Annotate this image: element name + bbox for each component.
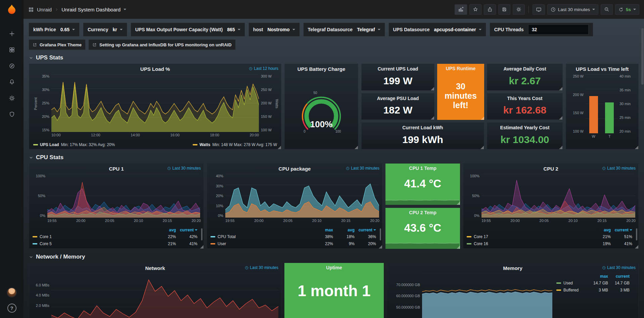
panel-resize-handle[interactable] [278, 146, 281, 149]
legend-item-ups-load[interactable]: UPS Load Min: 17% Max: 32% Avg: 20% [33, 142, 115, 147]
cpu2-temp-sparkline [385, 235, 459, 249]
gauge-scale-mid: 50 [313, 91, 317, 95]
help-icon: ? [10, 305, 13, 311]
link-ups-monitoring-guide[interactable]: Setting up Grafana and InfluxDB for UPS … [89, 40, 235, 50]
bar-time-left [605, 102, 614, 133]
panel-resize-handle[interactable] [431, 116, 434, 120]
link-grafana-plex-theme[interactable]: Grafana Plex Theme [29, 40, 85, 50]
sidebar-item-dashboards[interactable] [4, 44, 19, 55]
help-button[interactable]: ? [7, 304, 16, 313]
time-range-picker[interactable]: Last 30 minutes [547, 4, 598, 15]
sidebar-item-server-admin[interactable] [4, 109, 19, 120]
panel-resize-handle[interactable] [559, 146, 562, 149]
sidebar-item-create[interactable] [4, 28, 19, 39]
legend-scrollbar[interactable] [201, 228, 202, 240]
section-header-cpu-stats[interactable]: CPU Stats [29, 154, 639, 161]
cpu-temp-panels: CPU 1 Temp 41.4 °C CPU 2 Temp 43.6 °C [385, 164, 460, 249]
legend-item[interactable]: Core 5 [33, 241, 154, 246]
panel-title[interactable]: CPU 2 [543, 166, 558, 172]
legend-column-avg[interactable]: avg [589, 228, 611, 232]
legend-item[interactable]: Core 16 [467, 241, 589, 246]
legend-column-avg[interactable]: avg [333, 228, 355, 232]
breadcrumb-page[interactable]: Unraid System Dashboard [61, 7, 121, 12]
stat-title: Current UPS Load [362, 66, 434, 72]
legend-column-avg[interactable]: avg [154, 228, 176, 232]
legend-column-current[interactable]: current [176, 228, 197, 232]
legend-item[interactable]: Core 17 [467, 234, 589, 239]
refresh-picker[interactable]: 5s [615, 4, 639, 15]
panel-title[interactable]: CPU package [279, 166, 311, 172]
panel-resize-handle[interactable] [635, 245, 638, 248]
legend-item[interactable]: CPU Total [211, 234, 312, 239]
panel-title[interactable]: Network [145, 265, 165, 271]
panel-resize-handle[interactable] [481, 117, 484, 120]
variable-telegraf-datasource[interactable]: Telegraf Datasource Telegraf [304, 23, 385, 36]
caret-down-icon[interactable] [124, 9, 126, 10]
panel-resize-handle[interactable] [559, 87, 562, 90]
section-header-network-memory[interactable]: Network / Memory [29, 254, 639, 260]
legend-item[interactable]: Core 1 [33, 234, 154, 239]
legend-item[interactable]: Buffered [556, 288, 587, 292]
panel-resize-handle[interactable] [379, 245, 382, 248]
panel-title[interactable]: UPS Load vs Time left [576, 66, 629, 72]
sidebar-item-configuration[interactable] [4, 93, 19, 103]
legend-column-max[interactable]: max [312, 228, 333, 232]
legend-column-current[interactable]: current [608, 274, 630, 279]
stat-value: kr 1034.00 [487, 130, 562, 149]
panel-resize-handle[interactable] [431, 87, 434, 90]
refresh-icon [618, 7, 624, 12]
template-variables-row: kWh Price 0.65 Currency kr UPS Max Outpu… [29, 23, 639, 36]
page-scrollbar[interactable] [641, 28, 644, 85]
star-icon [473, 7, 478, 12]
panel-resize-handle[interactable] [480, 146, 484, 149]
caret-down-icon [292, 29, 295, 30]
variable-label: UPS Datasource [393, 27, 430, 32]
sidebar-item-alerting[interactable] [4, 77, 19, 87]
legend-item[interactable]: Used [556, 281, 587, 285]
zoom-out-time-button[interactable] [601, 4, 613, 15]
panel-this-years-cost: This Years Cost kr 162.68 [487, 93, 563, 120]
legend-column-max[interactable]: max [587, 274, 608, 279]
variable-ups-max-output[interactable]: UPS Max Output Power Capacity (Watt) 865 [131, 23, 245, 36]
legend-column-current[interactable]: current [355, 228, 376, 232]
panel-resize-handle[interactable] [200, 245, 203, 248]
panel-resize-handle[interactable] [559, 116, 562, 120]
monitor-icon [536, 7, 542, 12]
sidebar-item-explore[interactable] [4, 60, 19, 71]
breadcrumb-app[interactable]: Unraid [37, 7, 52, 12]
bar-chart [586, 74, 617, 133]
save-dashboard-button[interactable] [498, 4, 510, 15]
legend-row: CPU Total 38% 18% 36% [207, 233, 382, 240]
panel-resize-handle[interactable] [457, 201, 460, 205]
cpu-threads-input[interactable] [528, 25, 589, 35]
legend-row: Core 5 21% 41% [29, 240, 203, 247]
section-header-ups-stats[interactable]: UPS Stats [29, 54, 639, 61]
cycle-view-mode-button[interactable] [533, 4, 545, 15]
panel-resize-handle[interactable] [355, 146, 358, 149]
x-axis-ticks: 19:5520:0020:05 20:1020:1520:20 [225, 218, 379, 223]
panel-title[interactable]: CPU 1 [109, 166, 124, 172]
variable-ups-datasource[interactable]: UPS Datasource apcupsd-container [389, 23, 486, 36]
panel-title[interactable]: Memory [503, 265, 522, 271]
variable-currency[interactable]: Currency kr [83, 23, 127, 36]
share-dashboard-button[interactable] [484, 4, 496, 15]
panel-resize-handle[interactable] [457, 245, 460, 249]
legend-scrollbar[interactable] [636, 228, 637, 240]
legend-item[interactable]: User [211, 241, 312, 246]
add-panel-button[interactable] [455, 4, 467, 15]
user-avatar[interactable] [7, 287, 17, 298]
stat-title: Average PSU Load [362, 96, 434, 101]
panel-title[interactable]: UPS Load % [140, 66, 170, 72]
legend-item-watts[interactable]: Watts Min: 148 W Max: 278 W Avg: 175 W [193, 142, 277, 147]
legend-scrollbar[interactable] [380, 228, 381, 240]
panel-title[interactable]: UPS Battery Charge [297, 66, 346, 72]
star-dashboard-button[interactable] [469, 4, 481, 15]
variable-kwh-price[interactable]: kWh Price 0.65 [29, 23, 79, 36]
dashboard-settings-button[interactable] [513, 4, 525, 15]
gauge-scale-max: 100 [335, 130, 341, 133]
caret-down-icon [238, 29, 240, 30]
grafana-logo-icon[interactable] [0, 0, 24, 19]
variable-host[interactable]: host Nostromo [249, 23, 300, 36]
legend-column-current[interactable]: current [611, 228, 632, 232]
panel-resize-handle[interactable] [635, 146, 638, 149]
